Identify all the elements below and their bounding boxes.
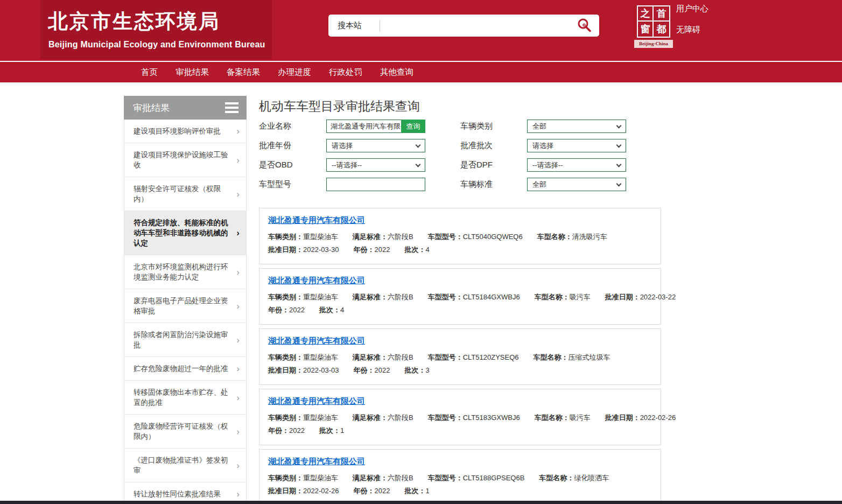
- detail-pair: 车型型号：CLT5188GPSEQ6B: [428, 474, 525, 482]
- accessibility-link[interactable]: 无障碍: [676, 25, 708, 35]
- detail-value: 1: [425, 487, 429, 495]
- detail-pair: 满足标准：六阶段B: [353, 293, 413, 301]
- logo-character: 都: [654, 22, 669, 37]
- results-list: 湖北盈通专用汽车有限公司车辆类别：重型柴油车满足标准：六阶段B车型型号：CLT5…: [259, 208, 661, 504]
- detail-value: 吸污车: [570, 414, 591, 422]
- sidebar-item-active[interactable]: 符合规定排放、耗能标准的机动车车型和非道路移动机械的认定›: [124, 211, 246, 255]
- sidebar-header: 审批结果: [124, 96, 247, 120]
- detail-label: 满足标准：: [353, 293, 388, 301]
- sidebar-title: 审批结果: [133, 102, 170, 114]
- detail-label: 车型名称：: [535, 414, 570, 422]
- sidebar-item[interactable]: 废弃电器电子产品处理企业资格审批›: [124, 289, 246, 323]
- detail-label: 车辆类别：: [268, 474, 303, 482]
- detail-value: 清洗吸污车: [572, 233, 607, 241]
- sidebar-item-label: 转让放射性同位素批准结果: [134, 489, 221, 499]
- sidebar-item[interactable]: 拆除或者闲置防治污染设施审批›: [124, 323, 246, 357]
- nav-item-home[interactable]: 首页: [141, 67, 158, 78]
- company-link[interactable]: 湖北盈通专用汽车有限公司: [268, 215, 365, 226]
- detail-label: 车型名称：: [539, 474, 574, 482]
- detail-pair: 车辆类别：重型柴油车: [268, 414, 338, 422]
- detail-label: 车型名称：: [533, 353, 568, 361]
- detail-label: 车型型号：: [428, 353, 463, 361]
- sidebar-item[interactable]: 《进口废物批准证书》签发初审›: [124, 449, 246, 482]
- sidebar-item[interactable]: 北京市对环境监测机构进行环境监测业务能力认定›: [124, 255, 246, 289]
- user-center-link[interactable]: 用户中心: [676, 4, 708, 14]
- approval-batch-select[interactable]: 请选择: [527, 139, 626, 152]
- nav-item-administrative-penalty[interactable]: 行政处罚: [329, 67, 362, 78]
- detail-value: 六阶段B: [388, 474, 413, 482]
- detail-pair: 批次：3: [404, 366, 429, 374]
- detail-pair: 批准日期：2022-03-30: [268, 246, 339, 254]
- detail-pair: 车辆类别：重型柴油车: [268, 293, 338, 301]
- obd-select[interactable]: --请选择--: [326, 158, 425, 172]
- dpf-label: 是否DPF: [460, 160, 527, 170]
- nav-item-other-queries[interactable]: 其他查询: [380, 67, 413, 78]
- detail-pair: 车型型号：CLT5040GQWEQ6: [428, 233, 523, 241]
- detail-label: 年份：: [354, 366, 375, 374]
- sidebar-item[interactable]: 建设项目环境影响评价审批›: [124, 120, 246, 143]
- approval-year-selected-value: 请选择: [332, 141, 353, 151]
- approval-batch-selected-value: 请选择: [532, 141, 553, 151]
- obd-label: 是否OBD: [259, 160, 326, 170]
- sidebar-item[interactable]: 建设项目环境保护设施竣工验收›: [124, 143, 246, 177]
- detail-pair: 年份：2022: [268, 426, 305, 435]
- chevron-down-icon: [416, 162, 421, 167]
- card-detail-line: 年份：2022批次：4: [268, 306, 652, 314]
- chevron-down-icon: [416, 143, 421, 148]
- detail-value: 2022-03-30: [303, 246, 339, 254]
- obd-selected-value: --请选择--: [332, 160, 362, 170]
- detail-pair: 车型名称：清洗吸污车: [537, 233, 607, 241]
- nav-item-processing-progress[interactable]: 办理进度: [278, 67, 311, 78]
- site-brand: 北京市生态环境局 Beijing Municipal Ecology and E…: [40, 0, 272, 59]
- hamburger-menu-icon[interactable]: [225, 100, 238, 115]
- detail-value: 重型柴油车: [303, 233, 338, 241]
- footer-edge: [0, 501, 842, 504]
- vehicle-category-label: 车辆类别: [460, 121, 527, 131]
- sidebar-item[interactable]: 转移固体废物出本市贮存、处置的批准›: [124, 381, 246, 415]
- detail-label: 年份：: [354, 487, 375, 495]
- detail-label: 车型型号：: [428, 293, 463, 301]
- form-row: 批准年份请选择批准批次请选择: [259, 139, 661, 152]
- nav-item-approval-results[interactable]: 审批结果: [176, 67, 209, 78]
- company-link[interactable]: 湖北盈通专用汽车有限公司: [268, 276, 365, 286]
- chevron-right-icon: ›: [236, 126, 240, 136]
- logo-seal: 之首窗都: [636, 4, 671, 39]
- query-button[interactable]: 查询: [401, 120, 425, 133]
- vehicle-standard-select[interactable]: 全部: [527, 178, 626, 191]
- approval-year-select[interactable]: 请选择: [326, 139, 425, 152]
- detail-value: CLT5188GPSEQ6B: [463, 474, 525, 482]
- detail-value: 2022: [289, 306, 305, 314]
- main-content: 机动车车型目录审批结果查询 企业名称查询车辆类别全部批准年份请选择批准批次请选择…: [259, 92, 661, 504]
- detail-label: 车型名称：: [535, 293, 570, 301]
- model-number-input[interactable]: [326, 178, 425, 191]
- sidebar-list: 建设项目环境影响评价审批›建设项目环境保护设施竣工验收›辐射安全许可证核发（权限…: [124, 120, 247, 504]
- nav-item-filing-results[interactable]: 备案结果: [227, 67, 260, 78]
- query-form: 企业名称查询车辆类别全部批准年份请选择批准批次请选择是否OBD--请选择--是否…: [259, 120, 661, 191]
- detail-label: 车辆类别：: [268, 233, 303, 241]
- vehicle-standard-label: 车辆标准: [460, 179, 527, 190]
- sidebar-item[interactable]: 贮存危险废物超过一年的批准›: [124, 357, 246, 381]
- search-icon[interactable]: [577, 18, 593, 34]
- detail-value: 4: [425, 246, 429, 254]
- company-link[interactable]: 湖北盈通专用汽车有限公司: [268, 396, 365, 407]
- detail-label: 批准日期：: [268, 366, 303, 374]
- detail-label: 批次：: [404, 487, 425, 495]
- company-link[interactable]: 湖北盈通专用汽车有限公司: [268, 457, 365, 467]
- card-detail-line: 车辆类别：重型柴油车满足标准：六阶段B车型型号：CLT5183GXWBJ6车型名…: [268, 414, 652, 422]
- detail-value: CLT5040GQWEQ6: [463, 233, 523, 241]
- sidebar: 审批结果 建设项目环境影响评价审批›建设项目环境保护设施竣工验收›辐射安全许可证…: [124, 96, 247, 504]
- header: 北京市生态环境局 Beijing Municipal Ecology and E…: [0, 0, 842, 61]
- header-links: 用户中心 无障碍: [676, 4, 708, 46]
- capital-window-logo[interactable]: 之首窗都 Beijing-China: [634, 4, 673, 48]
- result-card: 湖北盈通专用汽车有限公司车辆类别：重型柴油车满足标准：六阶段B车型型号：CLT5…: [259, 389, 661, 445]
- company-link[interactable]: 湖北盈通专用汽车有限公司: [268, 336, 365, 346]
- dpf-select[interactable]: --请选择--: [527, 158, 626, 172]
- card-detail-line: 车辆类别：重型柴油车满足标准：六阶段B车型型号：CLT5040GQWEQ6车型名…: [268, 233, 652, 241]
- detail-label: 车型名称：: [537, 233, 572, 241]
- sidebar-item[interactable]: 辐射安全许可证核发（权限内）›: [124, 177, 246, 211]
- sidebar-item[interactable]: 危险废物经营许可证核发（权限内）›: [124, 415, 246, 449]
- detail-value: 2022-02-26: [303, 487, 339, 495]
- search-input[interactable]: [380, 18, 577, 34]
- vehicle-category-select[interactable]: 全部: [527, 120, 626, 133]
- detail-value: 重型柴油车: [303, 474, 338, 482]
